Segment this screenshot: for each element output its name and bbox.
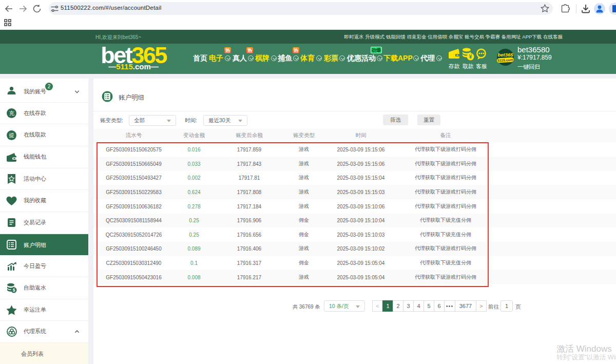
svg-text:¥: ¥ [469,54,472,60]
svg-text:提: 提 [9,132,14,138]
svg-text:$: $ [13,288,15,293]
svg-text:bet365: bet365 [497,52,513,58]
svg-text:充: 充 [9,110,14,116]
